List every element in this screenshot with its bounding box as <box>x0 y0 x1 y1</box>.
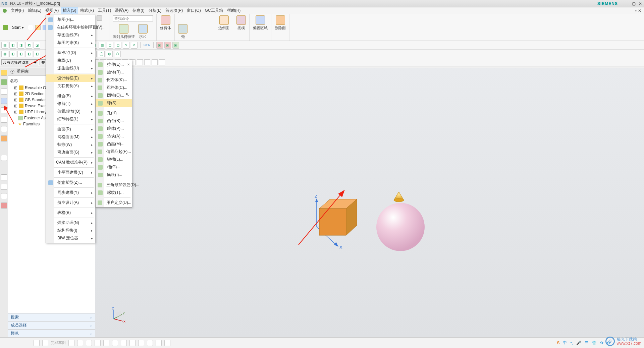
insert-menu-item[interactable]: 关联复制(A)▸ <box>46 82 95 90</box>
design-feature-item[interactable]: 偏置凸起(F)... <box>96 148 132 156</box>
sb-icon[interactable] <box>42 340 48 346</box>
close-button[interactable]: ✕ <box>638 1 643 6</box>
doc-minimize[interactable]: — <box>630 8 634 13</box>
rail-rss-icon[interactable] <box>1 135 7 141</box>
sb-icon[interactable] <box>68 340 74 346</box>
insert-menu-item[interactable]: 修剪(T)▸ <box>46 100 95 108</box>
pattern-button[interactable]: 阵列几何特征 <box>113 24 135 39</box>
edge-blend-button[interactable]: 边倒圆 <box>218 15 229 31</box>
insert-menu-item[interactable]: 草图约束(K)▸ <box>46 39 95 47</box>
sb-icon[interactable] <box>34 340 40 346</box>
sphere-body[interactable] <box>376 203 425 251</box>
tb1-icon[interactable]: ◩ <box>25 42 32 49</box>
sb-icon[interactable] <box>156 340 162 346</box>
insert-menu-item[interactable]: 细节特征(L)▸ <box>46 115 95 123</box>
design-feature-item[interactable]: 腔体(P)... <box>96 125 132 132</box>
design-feature-item[interactable]: 螺纹(T)... <box>96 189 132 196</box>
menu-gctoolbox[interactable]: GC工具箱 <box>203 7 225 14</box>
insert-menu-item[interactable]: 设计特征(E)▸ <box>46 74 95 82</box>
insert-menu-item[interactable]: 草图(H)... <box>46 16 95 23</box>
sb-icon[interactable] <box>103 340 109 346</box>
tb2-icon[interactable]: ◧ <box>25 51 32 57</box>
insert-menu-item[interactable]: 表格(B)▸ <box>46 209 95 217</box>
tb2-icon[interactable]: ▦ <box>1 51 8 57</box>
insert-menu-item[interactable]: 结构焊接(I)▸ <box>46 227 95 234</box>
sb-icon[interactable] <box>86 340 92 346</box>
sb-icon[interactable] <box>77 340 83 346</box>
tb1-icon[interactable]: ◨ <box>17 42 24 49</box>
menu-analyze[interactable]: 分析(L) <box>147 7 164 14</box>
menu-prefs[interactable]: 首选项(P) <box>163 7 185 14</box>
design-feature-item[interactable]: 用户定义(U)... <box>96 199 132 207</box>
command-search[interactable] <box>113 15 153 21</box>
menu-file[interactable]: 文件(F) <box>9 7 26 14</box>
design-feature-item[interactable]: 长方体(K)... <box>96 76 132 84</box>
tb1-icon[interactable]: ▦ <box>1 42 8 49</box>
panel-section-preview[interactable]: 预览⌄ <box>8 329 95 337</box>
shell-button[interactable]: 壳 <box>178 24 187 39</box>
open-icon[interactable] <box>35 25 41 30</box>
insert-menu-dropdown[interactable]: 草图(H)...在任务环境中绘制草图(V)...草图曲线(S)▸草图约束(K)▸… <box>46 15 95 243</box>
rail-icon[interactable] <box>1 155 7 161</box>
trim-body-button[interactable]: 修剪体 <box>160 15 171 31</box>
design-feature-item[interactable]: 垫块(A)... <box>96 132 132 140</box>
offset-region-button[interactable]: 偏置区域 <box>253 15 268 31</box>
panel-section-search[interactable]: 搜索⌄ <box>8 313 95 321</box>
ime-skin-icon[interactable]: 👕 <box>592 341 597 345</box>
tb1-icon[interactable]: ▣ <box>164 42 171 49</box>
cube-body[interactable] <box>319 199 357 235</box>
insert-menu-item[interactable]: 弯边曲面(G)▸ <box>46 149 95 156</box>
maximize-button[interactable]: ▢ <box>631 1 636 6</box>
rail-role-icon[interactable] <box>1 193 7 199</box>
insert-menu-item[interactable]: 派生曲线(U)▸ <box>46 64 95 72</box>
sb-icon[interactable] <box>164 340 170 346</box>
insert-menu-item[interactable]: 偏置/缩放(O)▸ <box>46 108 95 115</box>
tb1-icon[interactable]: ▣ <box>172 42 179 49</box>
menu-help[interactable]: 帮助(H) <box>225 7 243 14</box>
rail-reuse-icon[interactable] <box>1 98 7 104</box>
insert-menu-item[interactable]: 在任务环境中绘制草图(V)... <box>46 23 95 31</box>
rail-browse-icon[interactable] <box>1 117 7 123</box>
tb1-icon[interactable]: ◻ <box>107 42 113 49</box>
panel-section-members[interactable]: 成员选择⌄ <box>8 321 95 329</box>
tb1-icon[interactable]: ◪ <box>34 42 40 49</box>
insert-menu-item[interactable]: 创意塑型(Z)... <box>46 179 95 186</box>
sb-icon[interactable] <box>95 340 101 346</box>
sb-icon[interactable] <box>138 340 144 346</box>
tb1-icon[interactable]: ▣ <box>156 42 163 49</box>
unite-button[interactable]: 求和 <box>138 24 148 39</box>
menu-tools[interactable]: 工具(T) <box>96 7 113 14</box>
design-feature-item[interactable]: 拉伸(E)...✕ <box>96 61 132 68</box>
fr-icon[interactable] <box>144 59 150 65</box>
tb2-icon[interactable]: ◯ <box>98 51 105 57</box>
insert-menu-item[interactable]: CAM 数据准备(P)▸ <box>46 159 95 166</box>
tb1-icon[interactable]: ▥ <box>99 42 105 49</box>
tb1-icon[interactable]: ↺ <box>131 42 138 49</box>
rail-part-navigator-icon[interactable] <box>1 70 7 76</box>
sb-icon[interactable] <box>121 340 127 346</box>
ime-logo-icon[interactable]: S <box>557 341 559 345</box>
insert-menu-item[interactable]: BIW 定位器▸ <box>46 234 95 242</box>
design-feature-item[interactable]: 筋板(I)... <box>96 171 132 179</box>
draft-button[interactable]: 拔模 <box>236 15 246 31</box>
design-feature-submenu[interactable]: 拉伸(E)...✕旋转(R)...长方体(K)...圆柱体(C)...圆锥(O)… <box>95 60 132 208</box>
insert-menu-item[interactable]: 曲线(C)▸ <box>46 57 95 64</box>
tb1-icon[interactable]: ◻ <box>115 42 121 49</box>
3d-viewport[interactable]: Z Y X <box>95 68 644 337</box>
menu-window[interactable]: 窗口(O) <box>185 7 203 14</box>
fr-icon[interactable] <box>159 59 165 65</box>
fr-icon[interactable] <box>152 59 158 65</box>
design-feature-item[interactable]: 三角形加强筋(D)... <box>96 181 132 189</box>
cone-body[interactable] <box>394 192 404 202</box>
rail-constraint-icon[interactable] <box>1 89 7 95</box>
design-feature-item[interactable]: 凸起(M)... <box>96 140 132 148</box>
tb2-icon[interactable]: ◧ <box>9 51 16 57</box>
insert-menu-item[interactable]: 同步建模(Y)▸ <box>46 189 95 196</box>
minimize-button[interactable]: — <box>625 1 629 6</box>
design-feature-item[interactable]: 凸台(B)... <box>96 117 132 125</box>
ime-keyboard-icon[interactable]: ☰ <box>585 341 588 345</box>
ime-punct[interactable]: •, <box>570 341 573 345</box>
menu-view[interactable]: 视图(V) <box>43 7 61 14</box>
start-button[interactable]: Start ▾ <box>10 24 26 31</box>
ime-cn[interactable]: 中 <box>563 340 567 346</box>
